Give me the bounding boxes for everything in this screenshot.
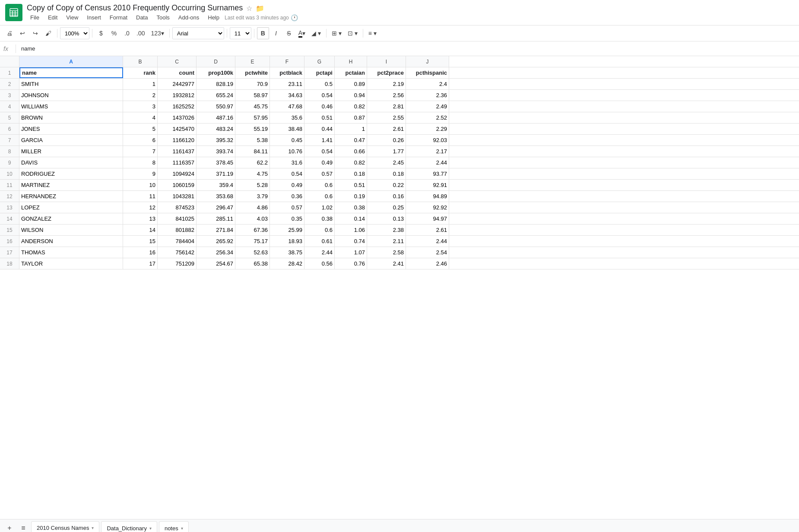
cell-j1[interactable]: pcthispanic (406, 67, 449, 78)
cell-i8[interactable]: 1.77 (367, 146, 406, 157)
cell-f3[interactable]: 34.63 (270, 90, 304, 101)
cell-b14[interactable]: 13 (123, 213, 158, 224)
cell-e1[interactable]: pctwhite (235, 67, 270, 78)
cell-j14[interactable]: 94.97 (406, 213, 449, 224)
percent-button[interactable]: % (108, 27, 120, 39)
cell-j15[interactable]: 2.61 (406, 225, 449, 235)
cell-a17[interactable]: THOMAS (19, 247, 123, 258)
cell-b18[interactable]: 17 (123, 258, 158, 269)
cell-b10[interactable]: 9 (123, 168, 158, 179)
cell-d9[interactable]: 378.45 (197, 157, 235, 168)
cell-c12[interactable]: 1043281 (158, 191, 197, 202)
cell-b6[interactable]: 5 (123, 124, 158, 134)
cell-g14[interactable]: 0.38 (304, 213, 335, 224)
all-sheets-button[interactable]: ≡ (17, 522, 29, 532)
cell-f15[interactable]: 25.99 (270, 225, 304, 235)
cell-j17[interactable]: 2.54 (406, 247, 449, 258)
cell-a2[interactable]: SMITH (19, 79, 123, 89)
cell-e7[interactable]: 5.38 (235, 135, 270, 146)
font-size-select[interactable]: 11 10 12 14 (230, 27, 251, 39)
paint-format-button[interactable]: 🖌 (42, 27, 54, 39)
cell-h12[interactable]: 0.19 (335, 191, 367, 202)
cell-d4[interactable]: 550.97 (197, 101, 235, 112)
cell-c10[interactable]: 1094924 (158, 168, 197, 179)
cell-d13[interactable]: 296.47 (197, 202, 235, 213)
font-select[interactable]: Arial (172, 27, 224, 39)
cell-f16[interactable]: 18.93 (270, 236, 304, 247)
cell-f6[interactable]: 38.48 (270, 124, 304, 134)
cell-h8[interactable]: 0.66 (335, 146, 367, 157)
cell-e8[interactable]: 84.11 (235, 146, 270, 157)
print-button[interactable]: 🖨 (3, 27, 16, 39)
cell-a3[interactable]: JOHNSON (19, 90, 123, 101)
cell-h9[interactable]: 0.82 (335, 157, 367, 168)
col-header-h[interactable]: H (335, 56, 367, 67)
cell-g4[interactable]: 0.46 (304, 101, 335, 112)
col-header-b[interactable]: B (123, 56, 158, 67)
cell-b17[interactable]: 16 (123, 247, 158, 258)
cell-d17[interactable]: 256.34 (197, 247, 235, 258)
cell-h14[interactable]: 0.14 (335, 213, 367, 224)
cell-j9[interactable]: 2.44 (406, 157, 449, 168)
cell-c3[interactable]: 1932812 (158, 90, 197, 101)
col-header-c[interactable]: C (158, 56, 197, 67)
cell-c4[interactable]: 1625252 (158, 101, 197, 112)
menu-data[interactable]: Data (133, 13, 151, 22)
cell-h18[interactable]: 0.76 (335, 258, 367, 269)
cell-h16[interactable]: 0.74 (335, 236, 367, 247)
cell-h13[interactable]: 0.38 (335, 202, 367, 213)
cell-c6[interactable]: 1425470 (158, 124, 197, 134)
cell-g8[interactable]: 0.54 (304, 146, 335, 157)
cell-g7[interactable]: 1.41 (304, 135, 335, 146)
cell-g17[interactable]: 2.44 (304, 247, 335, 258)
cell-a8[interactable]: MILLER (19, 146, 123, 157)
cell-j2[interactable]: 2.4 (406, 79, 449, 89)
cell-g1[interactable]: pctapi (304, 67, 335, 78)
cell-e5[interactable]: 57.95 (235, 112, 270, 123)
cell-d10[interactable]: 371.19 (197, 168, 235, 179)
cell-g3[interactable]: 0.54 (304, 90, 335, 101)
cell-c15[interactable]: 801882 (158, 225, 197, 235)
cell-c14[interactable]: 841025 (158, 213, 197, 224)
cell-e12[interactable]: 3.79 (235, 191, 270, 202)
cell-g18[interactable]: 0.56 (304, 258, 335, 269)
cell-f4[interactable]: 47.68 (270, 101, 304, 112)
cell-c5[interactable]: 1437026 (158, 112, 197, 123)
cell-i3[interactable]: 2.56 (367, 90, 406, 101)
cell-f13[interactable]: 0.57 (270, 202, 304, 213)
cell-c2[interactable]: 2442977 (158, 79, 197, 89)
redo-button[interactable]: ↪ (29, 27, 41, 39)
cell-i4[interactable]: 2.81 (367, 101, 406, 112)
cell-d2[interactable]: 828.19 (197, 79, 235, 89)
cell-f18[interactable]: 28.42 (270, 258, 304, 269)
cell-i11[interactable]: 0.22 (367, 180, 406, 190)
cell-i10[interactable]: 0.18 (367, 168, 406, 179)
cell-j3[interactable]: 2.36 (406, 90, 449, 101)
cell-g2[interactable]: 0.5 (304, 79, 335, 89)
cell-j11[interactable]: 92.91 (406, 180, 449, 190)
cell-i6[interactable]: 2.61 (367, 124, 406, 134)
menu-insert[interactable]: Insert (83, 13, 105, 22)
strikethrough-button[interactable]: S (283, 27, 295, 39)
cell-f1[interactable]: pctblack (270, 67, 304, 78)
cell-a15[interactable]: WILSON (19, 225, 123, 235)
cell-h11[interactable]: 0.51 (335, 180, 367, 190)
cell-a10[interactable]: RODRIGUEZ (19, 168, 123, 179)
col-header-a[interactable]: A (19, 56, 123, 67)
cell-j4[interactable]: 2.49 (406, 101, 449, 112)
cell-h4[interactable]: 0.82 (335, 101, 367, 112)
cell-h2[interactable]: 0.89 (335, 79, 367, 89)
cell-g15[interactable]: 0.6 (304, 225, 335, 235)
sheet-tab-census-dropdown[interactable]: ▾ (92, 526, 94, 530)
zoom-select[interactable]: 100% 75% 125% (60, 27, 89, 39)
cell-h3[interactable]: 0.94 (335, 90, 367, 101)
document-title[interactable]: Copy of Copy of Census 2010 Frequently O… (27, 3, 243, 13)
cell-f2[interactable]: 23.11 (270, 79, 304, 89)
menu-help[interactable]: Help (204, 13, 223, 22)
merge-button[interactable]: ⊡ ▾ (345, 27, 360, 39)
col-header-j[interactable]: J (406, 56, 449, 67)
cell-a5[interactable]: BROWN (19, 112, 123, 123)
cell-e11[interactable]: 5.28 (235, 180, 270, 190)
cell-b8[interactable]: 7 (123, 146, 158, 157)
sheet-tab-notes-dropdown[interactable]: ▾ (181, 526, 183, 531)
